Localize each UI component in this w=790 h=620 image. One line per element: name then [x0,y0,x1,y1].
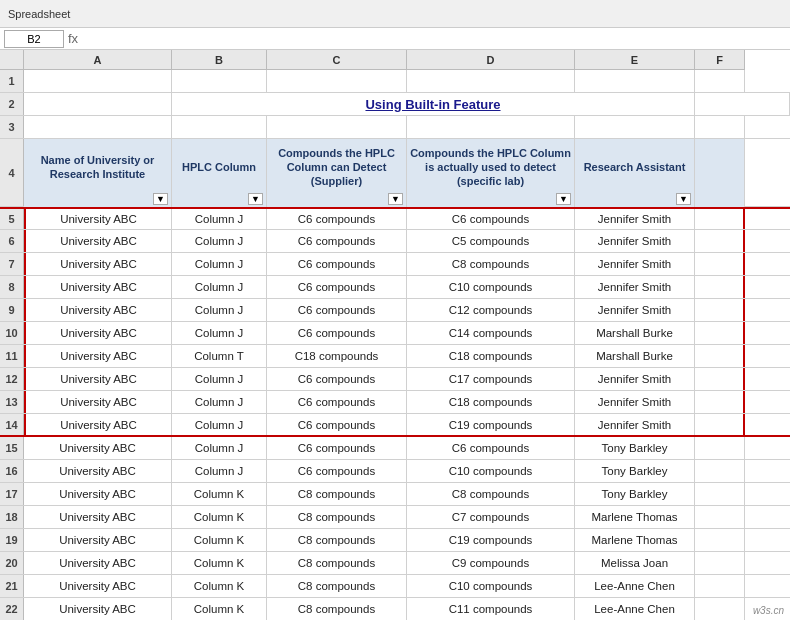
cell-14-university[interactable]: University ABC [24,414,172,435]
filter-button-compounds-used[interactable]: ▼ [556,193,571,205]
cell-15-university[interactable]: University ABC [24,437,172,459]
cell-7-compounds-detect[interactable]: C6 compounds [267,253,407,275]
cell-10-compounds-used[interactable]: C14 compounds [407,322,575,344]
cell-2b[interactable] [24,93,172,115]
cell-5-extra[interactable] [695,209,745,229]
cell-9-hplc-col[interactable]: Column J [172,299,267,321]
cell-2c-title[interactable]: Using Built-in Feature [172,93,695,115]
cell-6-compounds-detect[interactable]: C6 compounds [267,230,407,252]
cell-10-compounds-detect[interactable]: C6 compounds [267,322,407,344]
cell-1e[interactable] [407,70,575,92]
cell-9-compounds-detect[interactable]: C6 compounds [267,299,407,321]
filter-button-hplc-col[interactable]: ▼ [248,193,263,205]
cell-15-research-asst[interactable]: Tony Barkley [575,437,695,459]
cell-12-compounds-detect[interactable]: C6 compounds [267,368,407,390]
cell-16-compounds-detect[interactable]: C6 compounds [267,460,407,482]
cell-17-compounds-detect[interactable]: C8 compounds [267,483,407,505]
cell-8-compounds-used[interactable]: C10 compounds [407,276,575,298]
cell-9-compounds-used[interactable]: C12 compounds [407,299,575,321]
cell-3g[interactable] [695,116,745,138]
cell-10-university[interactable]: University ABC [24,322,172,344]
cell-3e[interactable] [407,116,575,138]
cell-17-compounds-used[interactable]: C8 compounds [407,483,575,505]
cell-21-extra[interactable] [695,575,745,597]
cell-1d[interactable] [267,70,407,92]
cell-21-compounds-used[interactable]: C10 compounds [407,575,575,597]
cell-3b[interactable] [24,116,172,138]
cell-14-compounds-detect[interactable]: C6 compounds [267,414,407,435]
cell-19-university[interactable]: University ABC [24,529,172,551]
cell-11-compounds-detect[interactable]: C18 compounds [267,345,407,367]
cell-14-hplc-col[interactable]: Column J [172,414,267,435]
cell-20-compounds-detect[interactable]: C8 compounds [267,552,407,574]
cell-13-extra[interactable] [695,391,745,413]
cell-18-compounds-detect[interactable]: C8 compounds [267,506,407,528]
cell-9-extra[interactable] [695,299,745,321]
col-header-d[interactable]: D [407,50,575,70]
cell-22-extra[interactable] [695,598,745,620]
cell-12-university[interactable]: University ABC [24,368,172,390]
cell-reference-box[interactable] [4,30,64,48]
cell-12-compounds-used[interactable]: C17 compounds [407,368,575,390]
cell-14-research-asst[interactable]: Jennifer Smith [575,414,695,435]
cell-15-extra[interactable] [695,437,745,459]
cell-18-compounds-used[interactable]: C7 compounds [407,506,575,528]
cell-5-research-asst[interactable]: Jennifer Smith [575,209,695,229]
col-header-a[interactable]: A [24,50,172,70]
cell-14-compounds-used[interactable]: C19 compounds [407,414,575,435]
cell-1g[interactable] [695,70,745,92]
cell-8-compounds-detect[interactable]: C6 compounds [267,276,407,298]
col-header-e[interactable]: E [575,50,695,70]
cell-18-hplc-col[interactable]: Column K [172,506,267,528]
cell-9-university[interactable]: University ABC [24,299,172,321]
cell-8-extra[interactable] [695,276,745,298]
cell-16-research-asst[interactable]: Tony Barkley [575,460,695,482]
cell-12-hplc-col[interactable]: Column J [172,368,267,390]
cell-15-hplc-col[interactable]: Column J [172,437,267,459]
cell-5-university[interactable]: University ABC [24,209,172,229]
cell-1b[interactable] [24,70,172,92]
cell-9-research-asst[interactable]: Jennifer Smith [575,299,695,321]
cell-11-extra[interactable] [695,345,745,367]
cell-7-research-asst[interactable]: Jennifer Smith [575,253,695,275]
cell-11-research-asst[interactable]: Marshall Burke [575,345,695,367]
cell-17-extra[interactable] [695,483,745,505]
cell-10-research-asst[interactable]: Marshall Burke [575,322,695,344]
cell-6-extra[interactable] [695,230,745,252]
cell-12-research-asst[interactable]: Jennifer Smith [575,368,695,390]
cell-18-research-asst[interactable]: Marlene Thomas [575,506,695,528]
cell-11-hplc-col[interactable]: Column T [172,345,267,367]
cell-22-research-asst[interactable]: Lee-Anne Chen [575,598,695,620]
cell-20-extra[interactable] [695,552,745,574]
cell-13-compounds-used[interactable]: C18 compounds [407,391,575,413]
cell-6-hplc-col[interactable]: Column J [172,230,267,252]
cell-17-university[interactable]: University ABC [24,483,172,505]
cell-10-hplc-col[interactable]: Column J [172,322,267,344]
cell-13-research-asst[interactable]: Jennifer Smith [575,391,695,413]
cell-3d[interactable] [267,116,407,138]
cell-22-university[interactable]: University ABC [24,598,172,620]
cell-22-compounds-detect[interactable]: C8 compounds [267,598,407,620]
cell-15-compounds-detect[interactable]: C6 compounds [267,437,407,459]
cell-6-research-asst[interactable]: Jennifer Smith [575,230,695,252]
cell-2g[interactable] [695,93,790,115]
filter-button-compounds-detect[interactable]: ▼ [388,193,403,205]
cell-20-university[interactable]: University ABC [24,552,172,574]
cell-13-compounds-detect[interactable]: C6 compounds [267,391,407,413]
cell-8-research-asst[interactable]: Jennifer Smith [575,276,695,298]
cell-19-compounds-used[interactable]: C19 compounds [407,529,575,551]
cell-5-hplc-col[interactable]: Column J [172,209,267,229]
cell-19-research-asst[interactable]: Marlene Thomas [575,529,695,551]
cell-10-extra[interactable] [695,322,745,344]
cell-20-hplc-col[interactable]: Column K [172,552,267,574]
cell-18-extra[interactable] [695,506,745,528]
cell-16-university[interactable]: University ABC [24,460,172,482]
cell-1c[interactable] [172,70,267,92]
cell-17-research-asst[interactable]: Tony Barkley [575,483,695,505]
cell-21-compounds-detect[interactable]: C8 compounds [267,575,407,597]
cell-7-compounds-used[interactable]: C8 compounds [407,253,575,275]
cell-13-university[interactable]: University ABC [24,391,172,413]
cell-13-hplc-col[interactable]: Column J [172,391,267,413]
cell-5-compounds-used[interactable]: C6 compounds [407,209,575,229]
cell-14-extra[interactable] [695,414,745,435]
